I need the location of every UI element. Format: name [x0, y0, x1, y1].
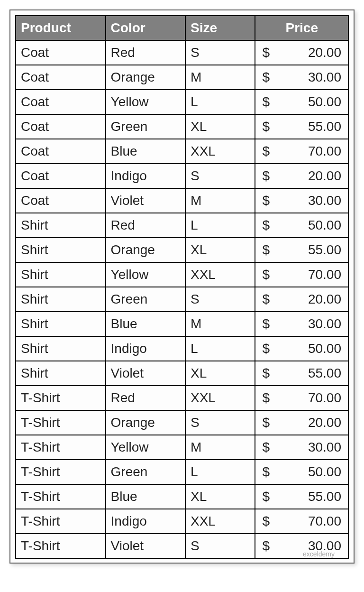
cell-size: XXL	[185, 262, 255, 287]
cell-product: T-Shirt	[16, 484, 106, 509]
table-row: CoatIndigoS$20.00	[16, 164, 348, 188]
cell-product: T-Shirt	[16, 460, 106, 484]
cell-color: Green	[106, 114, 185, 139]
currency-symbol: $	[260, 366, 270, 381]
cell-product: T-Shirt	[16, 435, 106, 460]
cell-product: Coat	[16, 139, 106, 164]
cell-color: Yellow	[106, 435, 185, 460]
cell-size: S	[185, 534, 255, 558]
table-row: ShirtVioletXL$55.00	[16, 361, 348, 386]
cell-price: $30.00	[255, 188, 348, 213]
currency-symbol: $	[260, 218, 270, 233]
cell-color: Red	[106, 386, 185, 410]
currency-symbol: $	[260, 70, 270, 85]
table-row: T-ShirtBlueXL$55.00	[16, 484, 348, 509]
price-amount: 30.00	[308, 316, 341, 332]
cell-price: $70.00	[255, 386, 348, 410]
price-amount: 70.00	[308, 390, 341, 406]
cell-price: $30.00	[255, 435, 348, 460]
price-amount: 30.00	[308, 440, 341, 455]
cell-price: $30.00	[255, 65, 348, 90]
cell-product: T-Shirt	[16, 509, 106, 534]
cell-color: Blue	[106, 312, 185, 336]
cell-product: Coat	[16, 40, 106, 65]
price-amount: 50.00	[308, 94, 341, 110]
currency-symbol: $	[260, 464, 270, 480]
cell-price: $20.00	[255, 40, 348, 65]
price-amount: 50.00	[308, 218, 341, 233]
cell-price: $55.00	[255, 484, 348, 509]
currency-symbol: $	[260, 168, 270, 184]
price-amount: 50.00	[308, 341, 341, 356]
cell-price: $50.00	[255, 213, 348, 238]
cell-size: M	[185, 188, 255, 213]
cell-price: $30.00	[255, 534, 348, 558]
cell-color: Orange	[106, 410, 185, 435]
table-row: CoatOrangeM$30.00	[16, 65, 348, 90]
cell-size: XXL	[185, 386, 255, 410]
cell-product: Coat	[16, 164, 106, 188]
cell-size: L	[185, 90, 255, 114]
cell-color: Violet	[106, 188, 185, 213]
cell-color: Violet	[106, 361, 185, 386]
header-size: Size	[185, 16, 255, 40]
cell-size: M	[185, 65, 255, 90]
cell-product: Shirt	[16, 213, 106, 238]
cell-price: $20.00	[255, 287, 348, 312]
currency-symbol: $	[260, 440, 270, 455]
currency-symbol: $	[260, 415, 270, 430]
cell-color: Green	[106, 287, 185, 312]
table-container: Product Color Size Price CoatRedS$20.00C…	[9, 9, 355, 564]
cell-product: Coat	[16, 90, 106, 114]
cell-product: Coat	[16, 188, 106, 213]
cell-product: Shirt	[16, 312, 106, 336]
table-row: ShirtGreenS$20.00	[16, 287, 348, 312]
table-header-row: Product Color Size Price	[16, 16, 348, 40]
cell-product: Coat	[16, 114, 106, 139]
cell-color: Red	[106, 40, 185, 65]
table-row: CoatRedS$20.00	[16, 40, 348, 65]
currency-symbol: $	[260, 45, 270, 60]
currency-symbol: $	[260, 489, 270, 504]
cell-product: T-Shirt	[16, 534, 106, 558]
currency-symbol: $	[260, 144, 270, 159]
table-row: ShirtRedL$50.00	[16, 213, 348, 238]
product-table: Product Color Size Price CoatRedS$20.00C…	[15, 15, 349, 559]
table-row: T-ShirtIndigoXXL$70.00	[16, 509, 348, 534]
table-row: ShirtBlueM$30.00	[16, 312, 348, 336]
cell-size: S	[185, 410, 255, 435]
cell-size: XXL	[185, 509, 255, 534]
cell-price: $55.00	[255, 361, 348, 386]
cell-color: Indigo	[106, 336, 185, 361]
price-amount: 20.00	[308, 168, 341, 184]
cell-price: $20.00	[255, 410, 348, 435]
table-row: ShirtYellowXXL$70.00	[16, 262, 348, 287]
cell-color: Yellow	[106, 262, 185, 287]
currency-symbol: $	[260, 390, 270, 406]
table-row: T-ShirtRedXXL$70.00	[16, 386, 348, 410]
cell-color: Orange	[106, 238, 185, 262]
table-row: CoatBlueXXL$70.00	[16, 139, 348, 164]
cell-color: Indigo	[106, 164, 185, 188]
table-row: T-ShirtGreenL$50.00	[16, 460, 348, 484]
cell-price: $70.00	[255, 509, 348, 534]
cell-price: $55.00	[255, 114, 348, 139]
cell-product: Shirt	[16, 262, 106, 287]
table-row: CoatGreenXL$55.00	[16, 114, 348, 139]
cell-color: Blue	[106, 484, 185, 509]
price-amount: 30.00	[308, 538, 341, 554]
currency-symbol: $	[260, 94, 270, 110]
cell-price: $20.00	[255, 164, 348, 188]
currency-symbol: $	[260, 193, 270, 208]
cell-product: T-Shirt	[16, 386, 106, 410]
cell-color: Orange	[106, 65, 185, 90]
currency-symbol: $	[260, 341, 270, 356]
table-row: CoatVioletM$30.00	[16, 188, 348, 213]
currency-symbol: $	[260, 267, 270, 282]
cell-size: XL	[185, 484, 255, 509]
currency-symbol: $	[260, 316, 270, 332]
cell-color: Green	[106, 460, 185, 484]
currency-symbol: $	[260, 538, 270, 554]
cell-color: Yellow	[106, 90, 185, 114]
cell-product: Shirt	[16, 361, 106, 386]
